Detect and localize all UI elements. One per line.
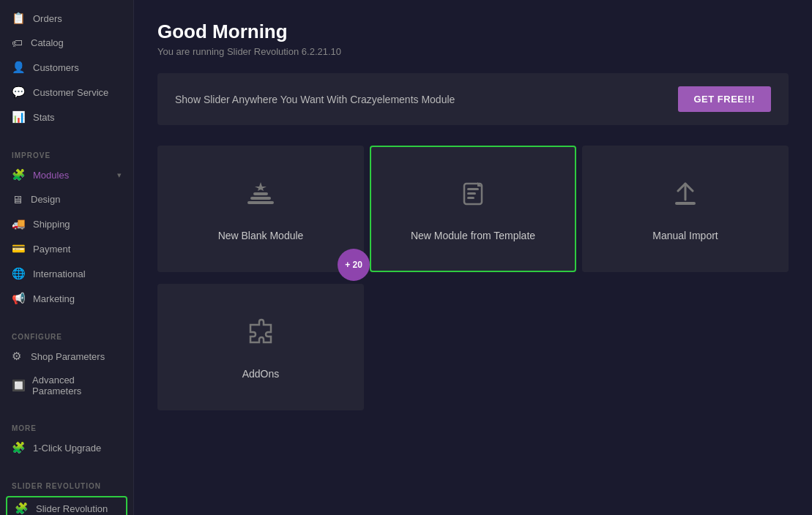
- manual-import-card[interactable]: Manual Import: [582, 146, 789, 272]
- badge-plus-20: + 20: [338, 249, 370, 281]
- sidebar-item-slider-revolution[interactable]: 🧩 Slider Revolution: [6, 496, 127, 515]
- sidebar-item-shipping[interactable]: 🚚 Shipping: [0, 211, 133, 236]
- catalog-icon: 🏷: [12, 37, 23, 49]
- sidebar-item-label: Customers: [33, 62, 79, 73]
- puzzle-icon: [243, 315, 278, 356]
- sidebar-item-label: Shipping: [33, 219, 70, 230]
- greeting-subtitle: You are running Slider Revolution 6.2.21…: [157, 46, 789, 57]
- sidebar-item-design[interactable]: 🖥 Design: [0, 187, 133, 211]
- svg-rect-3: [247, 201, 274, 204]
- new-blank-module-card[interactable]: New Blank Module + 20: [157, 146, 364, 272]
- section-label-improve: IMPROVE: [0, 141, 133, 162]
- sidebar-item-international[interactable]: 🌐 International: [0, 261, 133, 286]
- orders-icon: 📋: [12, 12, 26, 25]
- one-click-upgrade-icon: 🧩: [12, 441, 26, 454]
- cards-grid: New Blank Module + 20 New Module from Te…: [157, 146, 789, 272]
- svg-rect-7: [467, 197, 474, 199]
- new-module-from-template-card[interactable]: New Module from Template: [370, 146, 576, 272]
- design-icon: 🖥: [12, 193, 23, 206]
- upload-icon: [668, 176, 703, 218]
- magic-icon: [243, 176, 278, 218]
- section-label-more: MORE: [0, 414, 133, 435]
- sidebar-item-catalog[interactable]: 🏷 Catalog: [0, 31, 133, 55]
- sidebar-item-label: Marketing: [33, 293, 75, 304]
- sidebar-item-label: Slider Revolution: [36, 503, 108, 514]
- sidebar: 📋 Orders 🏷 Catalog 👤 Customers 💬 Custome…: [0, 0, 134, 515]
- section-label-slider-revolution: SLIDER REVOLUTION: [0, 472, 133, 493]
- sidebar-item-label: Stats: [33, 112, 55, 123]
- sidebar-item-customer-service[interactable]: 💬 Customer Service: [0, 80, 133, 105]
- sidebar-item-stats[interactable]: 📊 Stats: [0, 105, 133, 129]
- sidebar-item-payment[interactable]: 💳 Payment: [0, 236, 133, 261]
- shipping-icon: 🚚: [12, 217, 26, 230]
- sidebar-item-modules[interactable]: 🧩 Modules ▾: [0, 162, 133, 187]
- addons-card[interactable]: AddOns: [157, 284, 364, 410]
- sidebar-item-label: Advanced Parameters: [32, 375, 122, 396]
- customer-service-icon: 💬: [12, 86, 26, 99]
- customers-icon: 👤: [12, 61, 26, 74]
- slider-revolution-icon: 🧩: [15, 502, 29, 515]
- svg-rect-6: [467, 192, 476, 195]
- sidebar-item-marketing[interactable]: 📢 Marketing: [0, 286, 133, 311]
- sidebar-item-advanced-parameters[interactable]: 🔲 Advanced Parameters: [0, 369, 133, 402]
- sidebar-item-label: Orders: [33, 13, 62, 24]
- new-blank-module-label: New Blank Module: [218, 230, 304, 241]
- sidebar-item-label: Design: [31, 194, 60, 205]
- addons-label: AddOns: [242, 368, 280, 380]
- sidebar-item-shop-parameters[interactable]: ⚙ Shop Parameters: [0, 344, 133, 369]
- sidebar-item-label: International: [33, 268, 86, 279]
- sidebar-item-one-click-upgrade[interactable]: 🧩 1-Click Upgrade: [0, 435, 133, 460]
- chevron-down-icon: ▾: [117, 170, 122, 180]
- svg-marker-2: [255, 182, 267, 191]
- banner-text: Show Slider Anywhere You Want With Crazy…: [175, 94, 455, 105]
- greeting-title: Good Morning: [157, 20, 789, 43]
- sidebar-item-label: Modules: [33, 170, 69, 181]
- manual-import-label: Manual Import: [652, 230, 718, 241]
- sidebar-item-label: Catalog: [31, 37, 64, 48]
- sidebar-item-label: Customer Service: [33, 87, 108, 98]
- payment-icon: 💳: [12, 242, 26, 255]
- stats-icon: 📊: [12, 110, 26, 124]
- advanced-parameters-icon: 🔲: [12, 379, 25, 392]
- svg-rect-5: [467, 188, 479, 190]
- shop-parameters-icon: ⚙: [12, 350, 23, 363]
- sidebar-item-orders[interactable]: 📋 Orders: [0, 6, 133, 31]
- sidebar-item-customers[interactable]: 👤 Customers: [0, 55, 133, 80]
- svg-rect-1: [253, 192, 268, 195]
- sidebar-item-label: Shop Parameters: [31, 351, 105, 362]
- template-icon: [455, 176, 491, 218]
- modules-icon: 🧩: [12, 168, 26, 181]
- sidebar-item-label: Payment: [33, 244, 70, 255]
- international-icon: 🌐: [12, 267, 26, 280]
- sidebar-item-label: 1-Click Upgrade: [33, 443, 101, 454]
- marketing-icon: 📢: [12, 292, 26, 305]
- svg-rect-0: [250, 197, 271, 200]
- promo-banner: Show Slider Anywhere You Want With Crazy…: [157, 73, 789, 125]
- svg-rect-8: [675, 202, 696, 205]
- main-content: Good Morning You are running Slider Revo…: [134, 0, 812, 515]
- new-module-from-template-label: New Module from Template: [411, 230, 535, 241]
- section-label-configure: CONFIGURE: [0, 323, 133, 344]
- get-free-button[interactable]: GET FREE!!!: [678, 86, 772, 112]
